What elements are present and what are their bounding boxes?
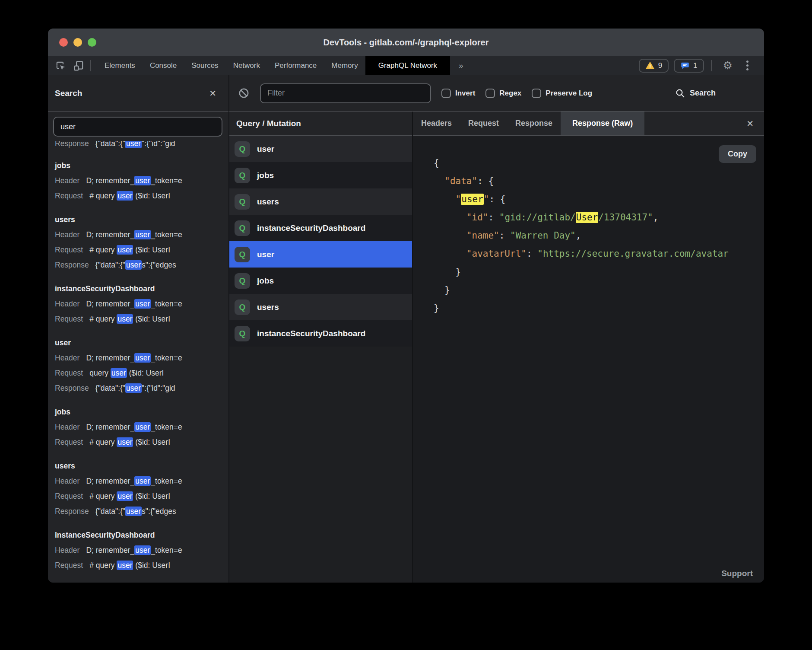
response-tab-response[interactable]: Response	[507, 112, 561, 135]
tab-performance[interactable]: Performance	[267, 56, 324, 75]
result-text: # query	[89, 438, 117, 446]
result-line[interactable]: Response{"data":{"user":{"id":"gid	[55, 381, 228, 396]
response-close-icon[interactable]: ✕	[746, 118, 754, 129]
json-token: }	[434, 267, 461, 277]
tab-network[interactable]: Network	[226, 56, 267, 75]
query-type-badge: Q	[235, 247, 250, 262]
result-line[interactable]: Response{"data":{"users":{"edges	[55, 258, 228, 273]
result-text: # query	[89, 561, 117, 570]
query-list-item-instancesecuritydashboard[interactable]: QinstanceSecurityDashboard	[229, 215, 412, 241]
copy-button[interactable]: Copy	[719, 145, 756, 163]
json-line: "id": "gid://gitlab/User/13704317",	[434, 208, 764, 226]
query-list-item-users[interactable]: Qusers	[229, 294, 412, 320]
result-line[interactable]: HeaderD; remember_user_token=e	[55, 420, 228, 435]
json-line: "avatarUrl": "https://secure.gravatar.co…	[434, 245, 764, 263]
result-line[interactable]: HeaderD; remember_user_token=e	[55, 173, 228, 188]
result-line[interactable]: HeaderD; remember_user_token=e	[55, 227, 228, 242]
query-list-item-instancesecuritydashboard[interactable]: QinstanceSecurityDashboard	[229, 320, 412, 347]
result-text: ":{"id":"gid	[142, 384, 175, 392]
result-line[interactable]: Request# query user ($id: UserI	[55, 489, 228, 504]
result-text: _token=e	[151, 546, 182, 554]
close-window-button[interactable]	[59, 38, 68, 47]
result-line[interactable]: Requestquery user ($id: UserI	[55, 366, 228, 381]
messages-badge[interactable]: 1	[674, 59, 704, 73]
invert-checkbox[interactable]	[441, 89, 451, 98]
response-tab-response-raw[interactable]: Response (Raw)	[561, 112, 644, 135]
json-token	[434, 212, 466, 223]
json-viewer: { "data": { "user": { "id": "gid://gitla…	[413, 136, 764, 317]
inspect-element-icon[interactable]	[55, 60, 66, 71]
result-line[interactable]: Request# query user ($id: UserI	[55, 558, 228, 573]
result-section-title: instanceSecurityDashboard	[55, 528, 228, 543]
json-line: {	[434, 154, 764, 172]
result-line[interactable]: HeaderD; remember_user_token=e	[55, 350, 228, 366]
result-text: _token=e	[151, 477, 182, 485]
toolbar-search-button[interactable]: Search	[675, 88, 716, 99]
result-line[interactable]: Request# query user ($id: UserI	[55, 188, 228, 204]
result-line[interactable]: Response{"data":{"user":{"id":"gid	[55, 141, 228, 151]
tab-elements[interactable]: Elements	[97, 56, 143, 75]
result-text: {"data":{"	[95, 141, 125, 148]
result-line[interactable]: Response{"data":{"users":{"edges	[55, 504, 228, 519]
json-line: }	[434, 299, 764, 317]
query-list-item-jobs[interactable]: Qjobs	[229, 162, 412, 188]
minimize-window-button[interactable]	[73, 38, 82, 47]
tab-memory[interactable]: Memory	[324, 56, 365, 75]
match-highlight: user	[117, 314, 133, 324]
result-text: ($id: UserI	[133, 245, 170, 254]
search-results-sections: jobsHeaderD; remember_user_token=eReques…	[55, 158, 228, 573]
clear-block-icon[interactable]	[238, 87, 250, 99]
result-line-label: Request	[55, 191, 83, 200]
tab-console[interactable]: Console	[143, 56, 184, 75]
result-line[interactable]: Request# query user ($id: UserI	[55, 435, 228, 450]
json-token: :	[527, 249, 537, 259]
result-line-label: Header	[55, 546, 79, 554]
preserve-log-checkbox[interactable]	[532, 89, 541, 98]
match-highlight: User	[576, 212, 599, 223]
result-section-title: users	[55, 212, 228, 227]
checkbox-regex[interactable]: Regex	[485, 89, 521, 98]
json-token: /13704317"	[598, 212, 653, 223]
result-section-title: users	[55, 459, 228, 474]
regex-checkbox[interactable]	[485, 89, 495, 98]
warnings-badge[interactable]: 9	[639, 59, 669, 73]
search-close-icon[interactable]: ✕	[209, 88, 216, 99]
tab-sources[interactable]: Sources	[184, 56, 225, 75]
result-line[interactable]: HeaderD; remember_user_token=e	[55, 474, 228, 489]
zoom-window-button[interactable]	[88, 38, 96, 47]
query-list-item-jobs[interactable]: Qjobs	[229, 268, 412, 294]
result-line-label: Request	[55, 369, 83, 377]
json-token: : {	[489, 194, 505, 204]
result-section-instancesecuritydashboard: instanceSecurityDashboardHeaderD; rememb…	[55, 528, 228, 573]
filter-input[interactable]	[260, 83, 431, 103]
query-list-item-users[interactable]: Qusers	[229, 188, 412, 215]
result-line-label: Request	[55, 561, 83, 570]
json-line: "name": "Warren Day",	[434, 226, 764, 245]
settings-gear-icon[interactable]: ⚙	[719, 60, 737, 71]
tab-graphql-network[interactable]: GraphQL Network	[365, 56, 450, 75]
result-line[interactable]: HeaderD; remember_user_token=e	[55, 543, 228, 558]
support-link[interactable]: Support	[721, 569, 753, 578]
device-toolbar-icon[interactable]	[73, 60, 84, 71]
query-type-badge: Q	[235, 141, 250, 157]
response-tab-headers[interactable]: Headers	[413, 112, 460, 135]
response-tab-request[interactable]: Request	[460, 112, 507, 135]
result-text: s":{"edges	[142, 507, 176, 516]
more-options-icon[interactable]	[742, 61, 753, 70]
search-input[interactable]	[53, 117, 222, 137]
clipped-result-line[interactable]: Response{"data":{"user":{"id":"gid	[55, 141, 228, 152]
preserve-log-label: Preserve Log	[546, 89, 592, 98]
query-list-item-user[interactable]: Quser	[229, 136, 412, 162]
query-item-label: user	[257, 250, 274, 259]
result-line[interactable]: HeaderD; remember_user_token=e	[55, 296, 228, 312]
more-tabs-chevron[interactable]: »	[450, 56, 472, 75]
result-line-label: Response	[55, 261, 89, 269]
result-line-label: Header	[55, 230, 79, 239]
checkbox-invert[interactable]: Invert	[441, 89, 475, 98]
result-line[interactable]: Request# query user ($id: UserI	[55, 242, 228, 258]
query-list-item-user[interactable]: Quser	[229, 241, 412, 268]
query-item-label: jobs	[257, 276, 274, 286]
match-highlight: user	[134, 476, 151, 486]
checkbox-preserve-log[interactable]: Preserve Log	[532, 89, 592, 98]
result-line[interactable]: Request# query user ($id: UserI	[55, 312, 228, 327]
